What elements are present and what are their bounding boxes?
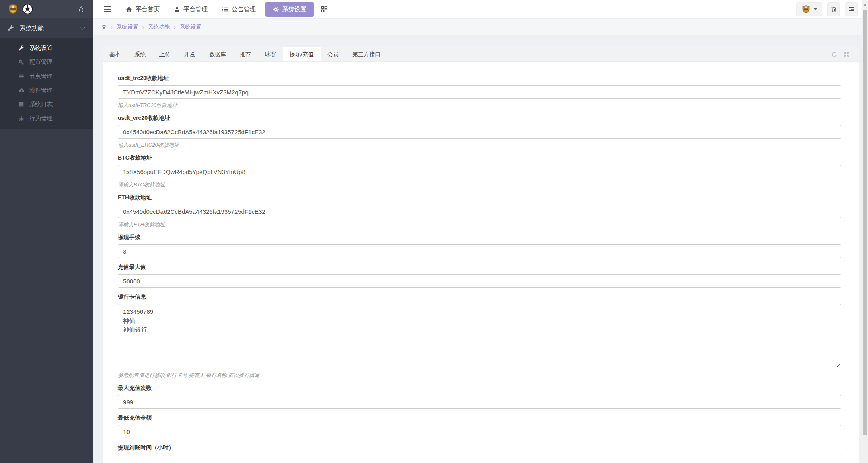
field-label: 银行卡信息 (118, 293, 841, 301)
refresh-icon[interactable] (831, 51, 837, 58)
withdraw-arrival-time-input[interactable] (118, 455, 841, 463)
withdraw-fee-input[interactable] (118, 244, 841, 258)
page-scrollbar[interactable] (862, 0, 868, 463)
tab-recommend[interactable]: 推荐 (233, 47, 258, 61)
sidebar-item-system-logs[interactable]: 系统日志 (0, 97, 93, 111)
breadcrumb-link-system-settings[interactable]: 系统设置 (117, 23, 138, 31)
sidebar-item-label: 附件管理 (29, 86, 53, 94)
max-recharge-times-input[interactable] (118, 395, 841, 409)
recharge-max-input[interactable] (118, 274, 841, 288)
field-min-recharge-amount: 最低充值金额 (118, 414, 841, 438)
announcement-icon (222, 6, 228, 12)
tab-label: 系统 (134, 51, 146, 58)
scrollbar-thumb[interactable] (863, 10, 867, 435)
avatar-button[interactable] (796, 2, 822, 16)
nav-item-label: 平台首页 (136, 6, 160, 13)
tab-label: 会员 (327, 51, 339, 58)
tab-label: 球赛 (265, 51, 276, 58)
book-icon (19, 102, 24, 107)
tab-third-party-api[interactable]: 第三方接口 (346, 47, 387, 61)
sidebar-item-config-management[interactable]: 配置管理 (0, 55, 93, 69)
field-withdraw-arrival-time: 提现到账时间（小时） (118, 444, 841, 463)
field-btc-address: BTC收款地址 请输入BTC收款地址 (118, 154, 841, 188)
tab-member[interactable]: 会员 (321, 47, 346, 61)
scrollbar-up-arrow[interactable] (864, 4, 867, 6)
avatar (802, 5, 810, 14)
field-help: 请输入ETH收款地址 (118, 221, 841, 228)
apps-grid-icon[interactable] (321, 6, 327, 12)
field-bank-card-info: 银行卡信息 123456789 神仙 神仙银行 参考配置值进行修改 银行卡号 持… (118, 293, 841, 379)
usdt-erc20-address-input[interactable] (118, 125, 841, 139)
home-icon (126, 6, 132, 12)
field-withdraw-fee: 提现手续 (118, 234, 841, 258)
tab-database[interactable]: 数据库 (202, 47, 233, 61)
field-label: 提现到账时间（小时） (118, 444, 841, 451)
field-help: 输入usdt-TRC20收款地址 (118, 102, 841, 109)
gear-icon (273, 6, 279, 12)
field-label: 最低充值金额 (118, 414, 841, 422)
tab-system[interactable]: 系统 (128, 47, 152, 61)
tab-match[interactable]: 球赛 (258, 47, 283, 61)
field-max-recharge-times: 最大充值次数 (118, 385, 841, 409)
nav-item-label: 系统设置 (282, 6, 306, 13)
tab-upload[interactable]: 上传 (152, 47, 177, 61)
tab-label: 上传 (159, 51, 171, 58)
sidebar: 系统功能 系统设置 配置管理 节点管理 (0, 0, 93, 463)
fullscreen-icon[interactable] (843, 51, 850, 58)
caret-down-icon (814, 8, 817, 10)
tab-basic[interactable]: 基本 (103, 47, 128, 61)
sidebar-item-behavior-management[interactable]: 行为管理 (0, 111, 93, 125)
breadcrumb-link-system-settings-2[interactable]: 系统设置 (180, 23, 202, 31)
sidebar-submenu: 系统设置 配置管理 节点管理 附件管理 (0, 38, 93, 129)
list-icon (19, 74, 24, 79)
field-eth-address: ETH收款地址 请输入ETH收款地址 (118, 194, 841, 228)
menu-list-icon (848, 6, 855, 12)
field-label: ETH收款地址 (118, 194, 841, 201)
sidebar-item-label: 系统日志 (29, 100, 53, 108)
tabbar-tools (831, 47, 859, 61)
tab-withdraw-recharge[interactable]: 提现/充值 (283, 47, 321, 61)
settings-card: 基本 系统 上传 开发 数据库 推荐 球赛 提现/充值 会员 第三方接口 (103, 47, 859, 463)
eth-address-input[interactable] (118, 205, 841, 218)
field-label: 提现手续 (118, 234, 841, 241)
menu-list-button[interactable] (845, 2, 858, 16)
sidebar-item-system-settings[interactable]: 系统设置 (0, 41, 93, 55)
gears-icon (19, 59, 24, 65)
location-pin-icon (101, 24, 107, 30)
breadcrumb-link-system-functions[interactable]: 系统功能 (148, 23, 170, 31)
tab-label: 数据库 (209, 51, 226, 58)
nav-item-announcement-management[interactable]: 公告管理 (215, 0, 263, 18)
btc-address-input[interactable] (118, 165, 841, 178)
sidebar-item-node-management[interactable]: 节点管理 (0, 69, 93, 83)
trash-icon (831, 6, 837, 13)
main-area: 平台首页 平台管理 公告管理 系统设置 (93, 0, 868, 463)
sidebar-item-attachment-management[interactable]: 附件管理 (0, 83, 93, 97)
tab-develop[interactable]: 开发 (177, 47, 202, 61)
tab-label: 第三方接口 (352, 51, 381, 58)
sidebar-group-system-functions[interactable]: 系统功能 (0, 18, 93, 38)
nav-item-label: 平台管理 (183, 6, 208, 13)
cloud-upload-icon (19, 88, 24, 93)
trash-button[interactable] (827, 2, 840, 16)
topbar-right-tools (796, 2, 858, 16)
droplet-icon[interactable] (78, 6, 84, 13)
field-help: 参考配置值进行修改 银行卡号 持有人 银行名称 依次换行填写 (118, 372, 841, 379)
nav-item-platform-management[interactable]: 平台管理 (167, 0, 215, 18)
min-recharge-amount-input[interactable] (118, 425, 841, 438)
tab-label: 推荐 (240, 51, 251, 58)
field-usdt-trc20-address: usdt_trc20收款地址 输入usdt-TRC20收款地址 (118, 75, 841, 109)
bug-icon (19, 116, 24, 121)
bank-card-info-textarea[interactable]: 123456789 神仙 神仙银行 (118, 304, 841, 367)
nav-item-system-settings[interactable]: 系统设置 (265, 2, 314, 17)
hamburger-menu-icon[interactable] (104, 6, 111, 12)
tab-label: 提现/充值 (290, 51, 314, 58)
breadcrumb-separator: › (174, 24, 176, 30)
shield-logo (8, 4, 18, 14)
nav-item-platform-home[interactable]: 平台首页 (119, 0, 167, 18)
sidebar-item-label: 配置管理 (29, 58, 53, 66)
field-help: 输入usdt_ERC20收款地址 (118, 141, 841, 149)
field-help: 请输入BTC收款地址 (118, 181, 841, 188)
user-icon (174, 6, 180, 12)
field-label: BTC收款地址 (118, 154, 841, 162)
usdt-trc20-address-input[interactable] (118, 85, 841, 99)
